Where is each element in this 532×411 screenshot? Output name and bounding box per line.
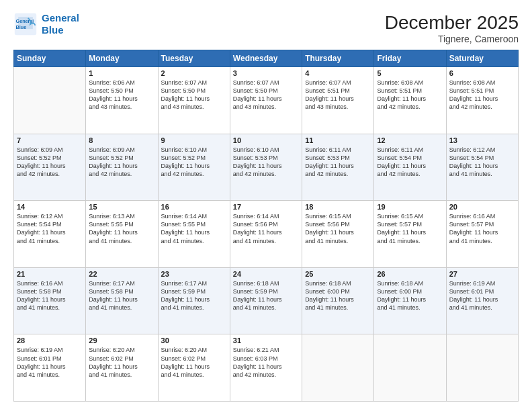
day-number: 19 [377,203,443,211]
calendar-week-row: 7Sunrise: 6:09 AMSunset: 5:52 PMDaylight… [14,134,519,201]
calendar-cell: 2Sunrise: 6:07 AMSunset: 5:50 PMDaylight… [158,67,230,134]
calendar-cell: 1Sunrise: 6:06 AMSunset: 5:50 PMDaylight… [86,67,158,134]
calendar-cell: 7Sunrise: 6:09 AMSunset: 5:52 PMDaylight… [14,134,86,201]
day-number: 23 [161,270,227,278]
calendar-cell: 3Sunrise: 6:07 AMSunset: 5:50 PMDaylight… [230,67,302,134]
calendar-cell: 15Sunrise: 6:13 AMSunset: 5:55 PMDayligh… [86,201,158,268]
column-header-sunday: Sunday [14,50,86,67]
calendar-cell: 29Sunrise: 6:20 AMSunset: 6:02 PMDayligh… [86,334,158,402]
calendar-cell: 25Sunrise: 6:18 AMSunset: 6:00 PMDayligh… [302,267,374,334]
day-info: Sunrise: 6:09 AMSunset: 5:52 PMDaylight:… [89,146,154,179]
logo: General Blue General Blue [13,12,79,36]
calendar-table: SundayMondayTuesdayWednesdayThursdayFrid… [13,50,519,402]
day-info: Sunrise: 6:08 AMSunset: 5:51 PMDaylight:… [377,79,443,111]
day-info: Sunrise: 6:13 AMSunset: 5:55 PMDaylight:… [89,212,154,245]
column-header-monday: Monday [86,50,158,67]
calendar-week-row: 21Sunrise: 6:16 AMSunset: 5:58 PMDayligh… [14,267,519,334]
calendar-cell: 20Sunrise: 6:16 AMSunset: 5:57 PMDayligh… [446,201,518,268]
calendar-week-row: 28Sunrise: 6:19 AMSunset: 6:01 PMDayligh… [14,334,519,402]
day-number: 7 [17,136,83,144]
day-number: 28 [17,336,83,345]
calendar-cell: 28Sunrise: 6:19 AMSunset: 6:01 PMDayligh… [14,334,86,402]
calendar-cell: 5Sunrise: 6:08 AMSunset: 5:51 PMDaylight… [374,67,446,134]
calendar-cell: 16Sunrise: 6:14 AMSunset: 5:55 PMDayligh… [158,201,230,268]
day-info: Sunrise: 6:10 AMSunset: 5:53 PMDaylight:… [233,146,299,179]
day-info: Sunrise: 6:06 AMSunset: 5:50 PMDaylight:… [89,79,154,111]
day-number: 13 [449,136,515,144]
day-info: Sunrise: 6:12 AMSunset: 5:54 PMDaylight:… [449,146,515,179]
calendar-header-row: SundayMondayTuesdayWednesdayThursdayFrid… [14,50,519,67]
day-number: 14 [17,203,83,211]
day-info: Sunrise: 6:07 AMSunset: 5:50 PMDaylight:… [161,79,227,111]
day-info: Sunrise: 6:11 AMSunset: 5:54 PMDaylight:… [377,146,443,179]
calendar-cell: 17Sunrise: 6:14 AMSunset: 5:56 PMDayligh… [230,201,302,268]
calendar-cell: 12Sunrise: 6:11 AMSunset: 5:54 PMDayligh… [374,134,446,201]
day-number: 18 [305,203,371,211]
calendar-cell: 22Sunrise: 6:17 AMSunset: 5:58 PMDayligh… [86,267,158,334]
calendar-cell: 19Sunrise: 6:15 AMSunset: 5:57 PMDayligh… [374,201,446,268]
day-number: 8 [89,136,154,144]
column-header-saturday: Saturday [446,50,518,67]
calendar-cell: 11Sunrise: 6:11 AMSunset: 5:53 PMDayligh… [302,134,374,201]
calendar-cell [302,334,374,402]
calendar-cell [374,334,446,402]
day-number: 12 [377,136,443,144]
page-subtitle: Tignere, Cameroon [385,34,519,44]
day-info: Sunrise: 6:09 AMSunset: 5:52 PMDaylight:… [17,146,83,179]
calendar-cell: 21Sunrise: 6:16 AMSunset: 5:58 PMDayligh… [14,267,86,334]
day-info: Sunrise: 6:07 AMSunset: 5:51 PMDaylight:… [305,79,371,111]
day-info: Sunrise: 6:16 AMSunset: 5:57 PMDaylight:… [449,212,515,245]
logo-icon: General Blue [13,12,38,36]
day-info: Sunrise: 6:14 AMSunset: 5:55 PMDaylight:… [161,212,227,245]
day-number: 4 [305,69,371,77]
column-header-tuesday: Tuesday [158,50,230,67]
calendar-cell: 14Sunrise: 6:12 AMSunset: 5:54 PMDayligh… [14,201,86,268]
day-info: Sunrise: 6:10 AMSunset: 5:52 PMDaylight:… [161,146,227,179]
logo-text: General Blue [42,12,79,36]
day-number: 16 [161,203,227,211]
header: General Blue General Blue December 2025 … [13,12,519,44]
day-info: Sunrise: 6:19 AMSunset: 6:01 PMDaylight:… [17,346,83,379]
day-number: 25 [305,270,371,278]
calendar-cell: 8Sunrise: 6:09 AMSunset: 5:52 PMDaylight… [86,134,158,201]
day-info: Sunrise: 6:15 AMSunset: 5:57 PMDaylight:… [377,212,443,245]
day-number: 10 [233,136,299,144]
page: General Blue General Blue December 2025 … [0,0,532,411]
day-number: 11 [305,136,371,144]
day-number: 1 [89,69,154,77]
day-info: Sunrise: 6:16 AMSunset: 5:58 PMDaylight:… [17,279,83,312]
calendar-cell: 27Sunrise: 6:19 AMSunset: 6:01 PMDayligh… [446,267,518,334]
day-number: 24 [233,270,299,278]
day-number: 22 [89,270,154,278]
calendar-cell [14,67,86,134]
day-number: 20 [449,203,515,211]
column-header-thursday: Thursday [302,50,374,67]
day-info: Sunrise: 6:20 AMSunset: 6:02 PMDaylight:… [161,346,227,379]
page-title: December 2025 [385,12,519,34]
day-number: 5 [377,69,443,77]
day-info: Sunrise: 6:18 AMSunset: 5:59 PMDaylight:… [233,279,299,312]
calendar-cell: 26Sunrise: 6:18 AMSunset: 6:00 PMDayligh… [374,267,446,334]
day-info: Sunrise: 6:20 AMSunset: 6:02 PMDaylight:… [89,346,154,379]
day-info: Sunrise: 6:18 AMSunset: 6:00 PMDaylight:… [377,279,443,312]
calendar-cell: 4Sunrise: 6:07 AMSunset: 5:51 PMDaylight… [302,67,374,134]
day-number: 6 [449,69,515,77]
day-number: 2 [161,69,227,77]
day-number: 31 [233,336,299,345]
day-number: 21 [17,270,83,278]
calendar-week-row: 1Sunrise: 6:06 AMSunset: 5:50 PMDaylight… [14,67,519,134]
day-number: 17 [233,203,299,211]
day-info: Sunrise: 6:08 AMSunset: 5:51 PMDaylight:… [449,79,515,111]
day-info: Sunrise: 6:19 AMSunset: 6:01 PMDaylight:… [449,279,515,312]
day-info: Sunrise: 6:17 AMSunset: 5:58 PMDaylight:… [89,279,154,312]
day-info: Sunrise: 6:15 AMSunset: 5:56 PMDaylight:… [305,212,371,245]
day-number: 30 [161,336,227,345]
calendar-cell: 13Sunrise: 6:12 AMSunset: 5:54 PMDayligh… [446,134,518,201]
day-number: 29 [89,336,154,345]
day-number: 26 [377,270,443,278]
calendar-cell: 24Sunrise: 6:18 AMSunset: 5:59 PMDayligh… [230,267,302,334]
calendar-cell: 10Sunrise: 6:10 AMSunset: 5:53 PMDayligh… [230,134,302,201]
day-number: 9 [161,136,227,144]
day-info: Sunrise: 6:14 AMSunset: 5:56 PMDaylight:… [233,212,299,245]
calendar-cell: 18Sunrise: 6:15 AMSunset: 5:56 PMDayligh… [302,201,374,268]
